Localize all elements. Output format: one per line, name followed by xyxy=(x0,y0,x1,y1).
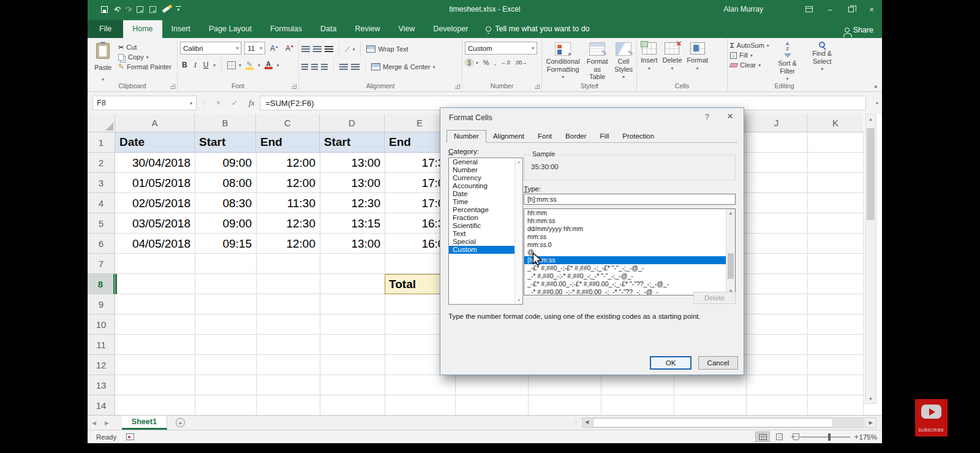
row-header-8[interactable]: 8 xyxy=(88,274,115,294)
cell-b6[interactable]: 09:15 xyxy=(195,234,256,254)
category-list[interactable]: General Number Currency Accounting Date … xyxy=(448,158,523,305)
subscribe-overlay[interactable]: SUBSCRIBE xyxy=(915,399,948,436)
format-cells-button[interactable]: Format▾ xyxy=(685,42,709,71)
cell-b1[interactable]: Start xyxy=(195,132,256,153)
sort-filter-button[interactable]: AZSort & Filter▾ xyxy=(773,42,802,82)
cell-c3[interactable]: 12:00 xyxy=(256,173,320,193)
vertical-scroll-thumb[interactable] xyxy=(867,128,875,220)
align-left-icon[interactable] xyxy=(301,64,308,70)
merge-center-button[interactable]: Merge & Center▾ xyxy=(371,63,435,70)
tab-page-layout[interactable]: Page Layout xyxy=(200,20,261,38)
normal-view-button[interactable] xyxy=(755,432,770,442)
clipboard-dialog-launcher[interactable] xyxy=(170,84,175,89)
vertical-scrollbar[interactable]: ▲ ▼ xyxy=(865,114,876,404)
tab-data[interactable]: Data xyxy=(311,20,345,38)
horizontal-scroll-thumb[interactable] xyxy=(593,418,833,427)
dialog-close-icon[interactable]: × xyxy=(727,110,733,123)
collapse-ribbon-icon[interactable]: ▴ xyxy=(874,83,877,89)
format-code-item[interactable]: _-£* #,##0_-;-£* #,##0_-;_-£* "-"_-;_-@_… xyxy=(524,264,735,272)
cell-b2[interactable]: 09:00 xyxy=(195,153,256,173)
format-code-item[interactable]: _-£* #,##0.00_-;-£* #,##0.00_-;_-£* "-"?… xyxy=(524,280,735,288)
category-date[interactable]: Date xyxy=(449,190,522,198)
cell-a4[interactable]: 02/05/2018 xyxy=(115,193,195,213)
scroll-down-icon[interactable]: ▼ xyxy=(865,397,876,401)
dialog-tab-alignment[interactable]: Alignment xyxy=(486,131,531,142)
row-header-2[interactable]: 2 xyxy=(88,153,115,173)
column-header-k[interactable]: K xyxy=(807,114,864,132)
format-code-item[interactable]: hh:mm:ss xyxy=(524,217,735,225)
cancel-entry-button[interactable]: × xyxy=(211,99,226,107)
minimize-button[interactable]: – xyxy=(820,0,840,18)
row-header-12[interactable]: 12 xyxy=(88,355,115,375)
scroll-right-button[interactable]: ▶ xyxy=(865,417,876,428)
qat-custom-icon-2[interactable] xyxy=(149,6,156,13)
orientation-icon[interactable]: ⟋ xyxy=(345,45,350,53)
decrease-decimal-button[interactable]: .00→ xyxy=(515,59,527,66)
enter-entry-button[interactable]: ✓ xyxy=(226,99,243,107)
accounting-format-button[interactable]: $▾ xyxy=(465,58,478,67)
insert-cells-button[interactable]: Insert▾ xyxy=(639,42,659,71)
copy-button[interactable]: Copy▾ xyxy=(118,53,175,61)
dialog-tab-protection[interactable]: Protection xyxy=(616,131,661,142)
format-code-item[interactable]: hh:mm xyxy=(524,209,735,217)
cell-a6[interactable]: 04/05/2018 xyxy=(115,234,195,254)
new-sheet-button[interactable]: + xyxy=(176,418,185,427)
find-select-button[interactable]: Find & Select▾ xyxy=(806,42,839,82)
cell-d6[interactable]: 13:00 xyxy=(320,234,385,254)
row-header-5[interactable]: 5 xyxy=(88,213,115,234)
ok-button[interactable]: OK xyxy=(650,356,692,370)
insert-function-button[interactable]: fx xyxy=(243,98,260,108)
format-scroll-thumb[interactable] xyxy=(728,253,734,279)
format-code-item[interactable]: dd/mm/yyyy hh:mm xyxy=(524,225,735,233)
wrap-text-button[interactable]: Wrap Text xyxy=(366,45,408,53)
decrease-indent-icon[interactable] xyxy=(339,64,348,70)
dialog-tab-border[interactable]: Border xyxy=(559,131,594,142)
number-format-combo[interactable]: Custom▾ xyxy=(465,42,537,55)
horizontal-scrollbar[interactable]: ◀ xyxy=(582,417,864,428)
tell-me-box[interactable]: Tell me what you want to do xyxy=(477,20,598,38)
delete-button[interactable]: Delete xyxy=(693,292,736,304)
format-code-item[interactable]: _-* #,##0_-;-* #,##0_-;_-* "-"_-;_-@_- xyxy=(524,272,735,280)
column-header-b[interactable]: B xyxy=(195,114,256,132)
category-scroll-up-icon[interactable]: ▲ xyxy=(515,160,522,164)
top-align-icon[interactable] xyxy=(301,46,310,53)
category-text[interactable]: Text xyxy=(449,230,522,238)
qat-brush-icon[interactable] xyxy=(162,6,170,13)
row-header-9[interactable]: 9 xyxy=(88,294,115,314)
delete-cells-button[interactable]: Delete▾ xyxy=(662,42,684,71)
conditional-formatting-button[interactable]: Conditional Formatting▾ xyxy=(545,42,581,88)
tab-scroll-splitter[interactable]: ⋮ xyxy=(573,419,579,425)
comma-style-button[interactable]: , xyxy=(494,59,496,66)
zoom-in-button[interactable]: + xyxy=(854,432,859,441)
row-header-10[interactable]: 10 xyxy=(88,314,115,335)
dialog-tab-font[interactable]: Font xyxy=(531,131,559,142)
font-size-combo[interactable]: 11▾ xyxy=(244,42,265,55)
increase-decimal-button[interactable]: ←.0 xyxy=(501,59,510,66)
qat-custom-icon-1[interactable] xyxy=(137,6,143,13)
cell-styles-button[interactable]: Cell Styles▾ xyxy=(613,42,634,88)
font-dialog-launcher[interactable] xyxy=(292,84,296,89)
expand-formula-bar-icon[interactable]: ▾ xyxy=(876,101,878,106)
zoom-slider[interactable] xyxy=(800,436,850,438)
row-header-3[interactable]: 3 xyxy=(88,173,115,193)
tab-formulas[interactable]: Formulas xyxy=(261,20,311,38)
borders-icon[interactable] xyxy=(227,61,236,69)
tab-developer[interactable]: Developer xyxy=(424,20,477,38)
ribbon-display-options-button[interactable] xyxy=(799,0,820,18)
name-box[interactable]: F8▾ xyxy=(92,96,197,110)
category-time[interactable]: Time xyxy=(449,198,522,206)
tab-review[interactable]: Review xyxy=(345,20,389,38)
category-special[interactable]: Special xyxy=(449,238,522,246)
cell-b4[interactable]: 08:30 xyxy=(195,193,256,213)
tab-insert[interactable]: Insert xyxy=(162,20,200,38)
close-button[interactable]: × xyxy=(861,0,882,18)
scroll-left-icon[interactable]: ◀ xyxy=(585,419,589,425)
dialog-tab-number[interactable]: Number xyxy=(447,130,486,143)
macro-record-icon[interactable] xyxy=(126,433,134,440)
bottom-align-icon[interactable] xyxy=(325,46,333,53)
cell-a2[interactable]: 30/04/2018 xyxy=(115,153,195,173)
cell-a1[interactable]: Date xyxy=(115,132,195,153)
category-scroll-down-icon[interactable]: ▼ xyxy=(515,299,522,302)
cell-c4[interactable]: 11:30 xyxy=(256,193,320,213)
increase-indent-icon[interactable] xyxy=(351,64,360,70)
